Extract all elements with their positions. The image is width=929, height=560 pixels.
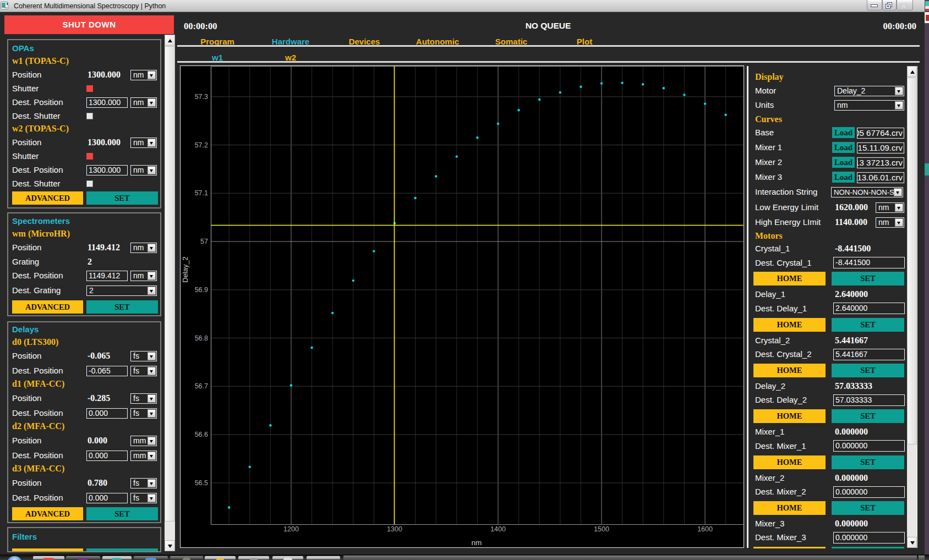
svg-text:Delay_2: Delay_2: [181, 256, 189, 283]
svg-text:1400: 1400: [490, 525, 506, 533]
svg-text:57.3: 57.3: [195, 93, 208, 101]
svg-text:1500: 1500: [594, 525, 609, 533]
svg-text:nm: nm: [472, 539, 482, 547]
svg-text:57: 57: [200, 238, 208, 245]
svg-text:56.5: 56.5: [195, 479, 208, 487]
svg-text:57.1: 57.1: [195, 189, 208, 197]
svg-text:56.7: 56.7: [195, 382, 208, 390]
svg-text:1600: 1600: [697, 525, 713, 533]
svg-text:56.6: 56.6: [195, 431, 208, 438]
svg-text:56.8: 56.8: [195, 334, 208, 342]
svg-text:1300: 1300: [387, 525, 402, 533]
svg-text:1200: 1200: [283, 525, 299, 533]
svg-text:57.2: 57.2: [195, 141, 208, 149]
svg-text:56.9: 56.9: [195, 286, 208, 294]
